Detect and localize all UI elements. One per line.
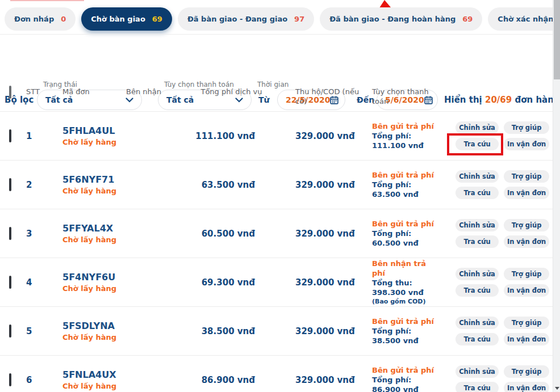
order-code-link[interactable]: 5FHLA4UL (62, 125, 126, 136)
help-button[interactable]: Trợ giúp (504, 121, 549, 134)
table-row: 1 5FHLA4UL Chờ lấy hàng 111.100 vnđ 329.… (0, 112, 553, 161)
edit-button[interactable]: Chỉnh sửa (455, 365, 499, 378)
print-waybill-button[interactable]: In vận đơn (504, 235, 549, 248)
row-checkbox[interactable] (9, 276, 11, 289)
print-waybill-button[interactable]: In vận đơn (504, 382, 549, 392)
lookup-button-wrap: Tra cứu (455, 187, 499, 199)
payment-total: Tổng phí: 86.900 vnđ (372, 375, 434, 392)
order-status: Chờ lấy hàng (62, 382, 126, 390)
tab-label: Chờ xác nhận giao lại (498, 15, 560, 23)
status-tab-3[interactable]: Đã bàn giao - Đang hoàn hàng 69 (320, 7, 482, 31)
payment-type: Bên gửi trả phí (372, 219, 434, 229)
row-checkbox[interactable] (9, 178, 11, 191)
row-stt: 2 (26, 180, 62, 190)
row-checkbox[interactable] (9, 324, 11, 338)
filter-bar: Bộ lọc Trạng thái Tất cả Tùy chọn thanh … (0, 34, 553, 82)
tab-label: Đã bàn giao - Đang hoàn hàng (329, 15, 455, 23)
order-code-link[interactable]: 5FNLA4UX (62, 369, 126, 380)
order-code-link[interactable]: 5FSDLYNA (62, 321, 126, 331)
scrollbar-down-arrow-icon[interactable] (555, 387, 559, 390)
status-tab-4[interactable]: Chờ xác nhận giao lại 3 (488, 7, 560, 31)
row-stt: 1 (26, 131, 62, 141)
vertical-scrollbar[interactable] (553, 0, 560, 392)
header-cod: Thu hộ/COD (nếu có) (270, 87, 361, 106)
row-fee: 69.300 vnđ (193, 277, 270, 288)
order-status: Chờ lấy hàng (62, 138, 126, 146)
header-stt: STT (26, 87, 62, 96)
status-tab-2[interactable]: Đã bàn giao - Đang giao 97 (178, 7, 314, 31)
lookup-button[interactable]: Tra cứu (455, 333, 499, 345)
payment-total: Tổng phí: 63.500 vnđ (372, 180, 434, 199)
row-actions: Chỉnh sửa Trợ giúp Tra cứu In vận đơn (443, 365, 553, 392)
help-button[interactable]: Trợ giúp (504, 268, 549, 280)
table-row: 5 5FSDLYNA Chờ lấy hàng 38.500 vnđ 329.0… (0, 307, 553, 356)
row-actions: Chỉnh sửa Trợ giúp Tra cứu In vận đơn (443, 219, 553, 248)
payment-type: Bên gửi trả phí (372, 121, 434, 131)
row-stt: 3 (26, 229, 62, 239)
payment-type: Bên gửi trả phí (372, 317, 434, 326)
payment-type: Bên nhận trả phí (372, 259, 434, 278)
order-status: Chờ lấy hàng (62, 284, 126, 293)
row-cod: 329.000 vnđ (270, 277, 361, 288)
payment-total: Tổng phí: 60.500 vnđ (372, 229, 434, 248)
help-button[interactable]: Trợ giúp (504, 219, 549, 231)
lookup-button-wrap: Tra cứu (455, 138, 499, 150)
help-button[interactable]: Trợ giúp (504, 365, 549, 378)
edit-button[interactable]: Chỉnh sửa (455, 317, 499, 329)
row-actions: Chỉnh sửa Trợ giúp Tra cứu In vận đơn (443, 121, 553, 150)
payment-total: Tổng phí: 38.500 vnđ (372, 326, 434, 345)
edit-button[interactable]: Chỉnh sửa (455, 170, 499, 183)
header-payment: Tùy chọn thanh toán (361, 87, 432, 106)
tab-count-badge: 0 (61, 15, 66, 23)
edit-button[interactable]: Chỉnh sửa (455, 121, 499, 134)
order-status: Chờ lấy hàng (62, 187, 126, 195)
row-checkbox[interactable] (9, 129, 11, 142)
annotation-red-line (10, 0, 84, 1)
payment-type: Bên gửi trả phí (372, 365, 434, 375)
row-checkbox[interactable] (9, 227, 11, 240)
lookup-button-wrap: Tra cứu (455, 382, 499, 392)
print-waybill-button[interactable]: In vận đơn (504, 333, 549, 345)
lookup-button[interactable]: Tra cứu (455, 235, 499, 248)
row-cod: 329.000 vnđ (270, 180, 361, 190)
orders-page: Đơn nháp 0 Chờ bàn giao 69 Đã bàn giao -… (0, 0, 560, 392)
lookup-button[interactable]: Tra cứu (455, 382, 499, 392)
header-fee: Tổng phí dịch vụ (193, 87, 270, 96)
help-button[interactable]: Trợ giúp (504, 170, 549, 183)
status-tab-0[interactable]: Đơn nháp 0 (5, 7, 76, 31)
row-fee: 38.500 vnđ (193, 326, 270, 336)
row-fee: 63.500 vnđ (193, 180, 270, 190)
order-code-link[interactable]: 5F6NYF71 (62, 174, 126, 185)
row-actions: Chỉnh sửa Trợ giúp Tra cứu In vận đơn (443, 268, 553, 297)
status-tab-1[interactable]: Chờ bàn giao 69 (81, 7, 172, 31)
payment-note: (Bao gồm COD) (372, 297, 434, 306)
order-code-link[interactable]: 5F4NYF6U (62, 272, 126, 283)
edit-button[interactable]: Chỉnh sửa (455, 268, 499, 280)
lookup-button[interactable]: Tra cứu (455, 138, 499, 150)
lookup-button[interactable]: Tra cứu (455, 284, 499, 297)
lookup-button[interactable]: Tra cứu (455, 187, 499, 199)
status-tabs: Đơn nháp 0 Chờ bàn giao 69 Đã bàn giao -… (5, 7, 560, 31)
help-button[interactable]: Trợ giúp (504, 317, 549, 329)
order-code-link[interactable]: 5FFYAL4X (62, 223, 126, 234)
row-fee: 86.900 vnđ (193, 375, 270, 385)
tab-count-badge: 69 (462, 15, 473, 23)
lookup-button-wrap: Tra cứu (455, 235, 499, 248)
print-waybill-button[interactable]: In vận đơn (504, 138, 549, 150)
table-row: 3 5FFYAL4X Chờ lấy hàng 60.500 vnđ 329.0… (0, 209, 553, 258)
print-waybill-button[interactable]: In vận đơn (504, 187, 549, 199)
row-cod: 329.000 vnđ (270, 326, 361, 336)
row-checkbox[interactable] (9, 373, 11, 386)
order-status: Chờ lấy hàng (62, 235, 126, 244)
scrollbar-thumb[interactable] (554, 0, 560, 79)
payment-total: Tổng phí: 111.100 vnđ (372, 131, 434, 150)
select-all-checkbox[interactable] (9, 86, 11, 99)
row-cod: 329.000 vnđ (270, 131, 361, 141)
order-status: Chờ lấy hàng (62, 333, 126, 342)
print-waybill-button[interactable]: In vận đơn (504, 284, 549, 297)
edit-button[interactable]: Chỉnh sửa (455, 219, 499, 231)
table-row: 6 5FNLA4UX Chờ lấy hàng 86.900 vnđ 329.0… (0, 356, 553, 392)
row-stt: 5 (26, 326, 62, 336)
lookup-button-wrap: Tra cứu (455, 284, 499, 297)
row-cod: 329.000 vnđ (270, 375, 361, 385)
